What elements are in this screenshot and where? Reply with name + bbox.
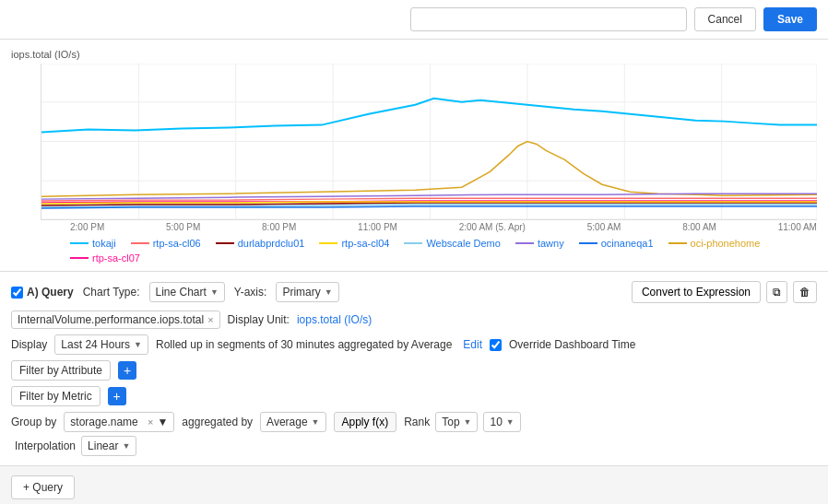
rank-value-select[interactable]: Top ▼ — [435, 412, 478, 432]
legend-tokaji[interactable]: tokaji — [70, 238, 116, 249]
group-by-label: Group by — [11, 416, 56, 428]
metric-row: InternalVolume.performance.iops.total × … — [11, 311, 817, 329]
filter-attribute-btn[interactable]: Filter by Attribute — [11, 360, 111, 381]
group-by-value: storage.name — [70, 416, 137, 428]
group-by-row: Group by storage.name × ▼ aggregated by … — [11, 412, 817, 432]
add-filter-metric-button[interactable]: + — [108, 387, 126, 405]
x-label-4: 11:00 PM — [358, 222, 397, 232]
legend-line-tokaji — [70, 242, 89, 244]
legend-line-durlabprdclu01 — [216, 242, 234, 244]
legend-tawny[interactable]: tawny — [515, 238, 564, 249]
add-filter-attribute-button[interactable]: + — [118, 361, 136, 380]
legend-label-rtp-sa-cl04: rtp-sa-cl04 — [341, 238, 389, 249]
legend-line-rtp-sa-cl04 — [319, 242, 337, 244]
legend-label-tawny: tawny — [538, 238, 564, 249]
chart-type-value: Line Chart — [156, 286, 207, 299]
save-button[interactable]: Save — [763, 7, 817, 31]
query-header-left: A) Query Chart Type: Line Chart ▼ Y-axis… — [11, 282, 339, 302]
bottom-bar: + Query — [0, 466, 828, 504]
query-name-input[interactable]: Average iops.total by storage.name — [410, 7, 687, 31]
y-axis-arrow: ▼ — [325, 287, 333, 297]
interpolation-select[interactable]: Linear ▼ — [81, 436, 136, 456]
legend-line-webscale-demo — [404, 242, 422, 244]
x-label-3: 8:00 PM — [262, 222, 296, 232]
apply-fx-button[interactable]: Apply f(x) — [334, 412, 397, 432]
legend-label-rtp-sa-cl06: rtp-sa-cl06 — [153, 238, 201, 249]
time-range-select[interactable]: Last 24 Hours ▼ — [54, 334, 148, 355]
aggregated-by-value: Average — [266, 416, 307, 428]
legend-line-rtp-sa-cl06 — [131, 242, 149, 244]
legend-durlabprdclu01[interactable]: durlabprdclu01 — [216, 238, 305, 249]
legend-label-oci-phonehome: oci-phonehome — [691, 238, 761, 249]
y-axis-select[interactable]: Primary ▼ — [276, 282, 338, 302]
chart-wrapper: 600 400 200 0 — [11, 64, 817, 264]
query-header-right: Convert to Expression ⧉ 🗑 — [632, 281, 817, 303]
edit-link[interactable]: Edit — [463, 338, 482, 351]
add-query-button[interactable]: + Query — [11, 475, 75, 499]
x-label-2: 5:00 PM — [166, 222, 200, 232]
x-label-6: 5:00 AM — [587, 222, 621, 232]
x-label-7: 8:00 AM — [682, 222, 716, 232]
aggregated-by-label: aggregated by — [182, 416, 253, 428]
metric-tag-remove[interactable]: × — [207, 314, 213, 325]
chart-svg — [41, 64, 817, 219]
rolled-up-text: Rolled up in segments of 30 minutes aggr… — [156, 338, 452, 351]
query-checkbox[interactable] — [11, 287, 23, 299]
x-label-1: 2:00 PM — [70, 222, 104, 232]
chart-section: iops.total (IO/s) 600 400 200 0 — [0, 40, 828, 272]
legend-rtp-sa-cl06[interactable]: rtp-sa-cl06 — [131, 238, 201, 249]
y-axis-value: Primary — [282, 286, 320, 299]
time-range-arrow: ▼ — [134, 340, 142, 349]
x-label-5: 2:00 AM (5. Apr) — [459, 222, 526, 232]
interpolation-row: Interpolation Linear ▼ — [15, 436, 817, 456]
time-range-value: Last 24 Hours — [61, 338, 130, 351]
metric-tag: InternalVolume.performance.iops.total × — [11, 311, 220, 329]
legend-rtp-sa-cl07[interactable]: rtp-sa-cl07 — [70, 252, 140, 264]
aggregated-by-select[interactable]: Average ▼ — [260, 412, 325, 432]
chart-type-arrow: ▼ — [210, 287, 219, 297]
filter-metric-btn[interactable]: Filter by Metric — [11, 386, 101, 406]
legend-label-rtp-sa-cl07: rtp-sa-cl07 — [92, 252, 140, 264]
filter-metric-label: Filter by Metric — [19, 390, 92, 403]
display-label: Display — [11, 338, 47, 351]
legend-line-oci-phonehome — [668, 242, 687, 244]
group-by-remove[interactable]: × — [148, 416, 153, 428]
x-labels: 2:00 PM 5:00 PM 8:00 PM 11:00 PM 2:00 AM… — [41, 222, 817, 232]
query-section-label: A) Query — [27, 286, 74, 299]
group-by-select[interactable]: storage.name × ▼ — [64, 412, 174, 432]
y-axis-label: Y-axis: — [234, 286, 267, 299]
legend-oci-phonehome[interactable]: oci-phonehome — [668, 238, 761, 249]
copy-icon: ⧉ — [773, 286, 781, 299]
filter-metric-row: Filter by Metric + — [11, 386, 817, 406]
chart-legend: tokaji rtp-sa-cl06 durlabprdclu01 rtp-sa… — [41, 238, 817, 264]
x-label-8: 11:00 AM — [778, 222, 817, 232]
convert-to-expression-button[interactable]: Convert to Expression — [632, 281, 761, 303]
filter-attribute-row: Filter by Attribute + — [11, 360, 817, 381]
metric-tag-value: InternalVolume.performance.iops.total — [18, 313, 204, 326]
chart-y-axis-label: iops.total (IO/s) — [11, 49, 817, 60]
rank-value: Top — [442, 416, 459, 428]
query-checkbox-label[interactable]: A) Query — [11, 286, 74, 299]
rank-number-select[interactable]: 10 ▼ — [483, 412, 520, 432]
legend-rtp-sa-cl04[interactable]: rtp-sa-cl04 — [319, 238, 389, 249]
legend-label-durlabprdclu01: durlabprdclu01 — [238, 238, 305, 249]
aggregated-by-arrow: ▼ — [312, 417, 320, 427]
cancel-button[interactable]: Cancel — [694, 7, 756, 31]
filter-attribute-label: Filter by Attribute — [19, 364, 102, 377]
display-unit-value[interactable]: iops.total (IO/s) — [297, 313, 372, 326]
legend-label-tokaji: tokaji — [92, 238, 116, 249]
chart-type-label: Chart Type: — [83, 286, 140, 299]
legend-line-tawny — [515, 242, 534, 244]
chart-type-select[interactable]: Line Chart ▼ — [149, 282, 225, 302]
group-by-arrow: ▼ — [157, 416, 168, 428]
legend-ocinaneqa1[interactable]: ocinaneqa1 — [579, 238, 654, 249]
interpolation-value: Linear — [88, 440, 118, 452]
rank-number: 10 — [490, 416, 502, 428]
legend-webscale-demo[interactable]: Webscale Demo — [404, 238, 501, 249]
copy-query-button[interactable]: ⧉ — [766, 281, 787, 303]
override-dashboard-checkbox[interactable] — [490, 339, 502, 351]
legend-line-ocinaneqa1 — [579, 242, 597, 244]
delete-query-button[interactable]: 🗑 — [793, 281, 817, 303]
legend-label-ocinaneqa1: ocinaneqa1 — [601, 238, 654, 249]
override-dashboard-label: Override Dashboard Time — [509, 338, 635, 351]
